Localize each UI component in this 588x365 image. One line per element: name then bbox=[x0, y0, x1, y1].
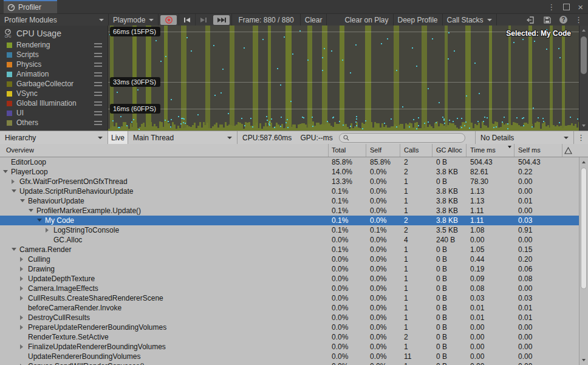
legend-item-ui[interactable]: UI bbox=[0, 108, 108, 118]
cpu-usage-chart[interactable]: 66ms (15FPS)33ms (30FPS)16ms (60FPS)Sele… bbox=[108, 26, 579, 131]
expand-arrow-icon[interactable] bbox=[20, 267, 23, 271]
drag-handle-icon[interactable] bbox=[94, 72, 102, 77]
expand-arrow-icon[interactable] bbox=[20, 286, 23, 291]
drag-handle-icon[interactable] bbox=[94, 63, 102, 67]
help-button[interactable]: ? bbox=[555, 14, 572, 26]
table-row[interactable]: FinalizeUpdateRendererBoundingVolumes0.0… bbox=[0, 342, 579, 352]
scroll-down-icon[interactable] bbox=[582, 125, 586, 127]
collapse-arrow-icon[interactable] bbox=[37, 219, 42, 222]
expand-arrow-icon[interactable] bbox=[20, 344, 23, 349]
drag-handle-icon[interactable] bbox=[94, 101, 102, 106]
drag-handle-icon[interactable] bbox=[94, 92, 102, 96]
collapse-arrow-icon[interactable] bbox=[12, 248, 16, 251]
details-dropdown[interactable]: No Details bbox=[475, 131, 574, 144]
legend-item-vsync[interactable]: VSync bbox=[0, 89, 108, 98]
table-row[interactable]: EditorLoop85.8%85.8%20 B504.43504.43 bbox=[0, 157, 579, 167]
legend-item-rendering[interactable]: Rendering bbox=[0, 40, 108, 50]
table-row[interactable]: PrepareUpdateRendererBoundingVolumes0.0%… bbox=[0, 322, 579, 332]
table-row[interactable]: LogStringToConsole0.1%0.1%23.5 KB1.080.9… bbox=[0, 225, 579, 235]
collapse-arrow-icon[interactable] bbox=[20, 199, 25, 202]
tab-profiler[interactable]: Profiler bbox=[4, 0, 57, 13]
legend-item-scripts[interactable]: Scripts bbox=[0, 50, 108, 60]
column-separator[interactable] bbox=[514, 144, 514, 157]
column-separator[interactable] bbox=[328, 144, 329, 157]
legend-item-others[interactable]: Others bbox=[0, 118, 108, 128]
cpu-usage-module-header[interactable]: CPU CPU Usage bbox=[0, 26, 108, 40]
scroll-up-icon[interactable] bbox=[582, 29, 586, 32]
table-row[interactable]: Update.ScriptRunBehaviourUpdate0.1%0.0%1… bbox=[0, 186, 579, 196]
expand-arrow-icon[interactable] bbox=[12, 179, 15, 184]
column-separator[interactable] bbox=[466, 144, 467, 157]
expand-arrow-icon[interactable] bbox=[46, 228, 49, 233]
column-time-ms[interactable]: Time ms bbox=[470, 146, 510, 154]
collapse-arrow-icon[interactable] bbox=[3, 170, 8, 173]
expand-arrow-icon[interactable] bbox=[20, 276, 23, 281]
chart-scrollbar-thumb[interactable] bbox=[581, 36, 587, 74]
table-row[interactable]: Gfx.WaitForPresentOnGfxThread13.3%0.0%10… bbox=[0, 177, 579, 186]
table-row[interactable]: Drawing0.0%0.0%10 B0.190.06 bbox=[0, 264, 579, 274]
search-input[interactable] bbox=[352, 134, 461, 142]
column-total[interactable]: Total bbox=[332, 146, 366, 154]
playmode-dropdown[interactable]: Playmode bbox=[109, 14, 158, 26]
column-separator[interactable] bbox=[400, 144, 400, 157]
expand-arrow-icon[interactable] bbox=[20, 296, 23, 301]
table-row[interactable]: DestroyCullResults0.0%0.0%10 B0.010.01 bbox=[0, 313, 579, 322]
scroll-down-icon[interactable] bbox=[582, 359, 586, 361]
call-stacks-dropdown[interactable]: Call Stacks bbox=[443, 14, 496, 26]
thread-dropdown[interactable]: Main Thread bbox=[128, 131, 238, 144]
hierarchy-menu-button[interactable]: ⋮ bbox=[574, 131, 588, 144]
collapse-arrow-icon[interactable] bbox=[29, 209, 33, 212]
column-self-ms[interactable]: Self ms bbox=[518, 146, 558, 154]
toolbar-menu-button[interactable]: ⋮ bbox=[572, 14, 588, 26]
collapse-arrow-icon[interactable] bbox=[12, 189, 16, 193]
column-calls[interactable]: Calls bbox=[404, 146, 432, 154]
table-scrollbar[interactable] bbox=[579, 157, 588, 365]
column-overview[interactable]: Overview bbox=[6, 146, 34, 154]
prev-frame-button[interactable] bbox=[179, 14, 195, 26]
clear-on-play-button[interactable]: Clear on Play bbox=[340, 14, 392, 26]
expand-arrow-icon[interactable] bbox=[20, 315, 23, 320]
scroll-up-icon[interactable] bbox=[582, 161, 586, 163]
table-row[interactable]: PlayerLoop14.0%0.0%23.8 KB82.610.22 bbox=[0, 167, 579, 177]
column-self[interactable]: Self bbox=[370, 146, 400, 154]
legend-item-animation[interactable]: Animation bbox=[0, 69, 108, 79]
expand-arrow-icon[interactable] bbox=[20, 257, 23, 262]
chart-scrollbar[interactable] bbox=[579, 26, 588, 131]
table-row[interactable]: Camera.Render0.1%0.0%10 B1.050.15 bbox=[0, 245, 579, 254]
legend-item-global-illumination[interactable]: Global Illumination bbox=[0, 98, 108, 108]
load-profile-button[interactable] bbox=[522, 14, 539, 26]
table-row[interactable]: UpdateDepthTexture0.0%0.0%10 B0.090.08 bbox=[0, 274, 579, 284]
drag-handle-icon[interactable] bbox=[94, 121, 102, 125]
current-frame-button[interactable] bbox=[213, 15, 230, 25]
view-mode-dropdown[interactable]: Hierarchy bbox=[0, 131, 108, 144]
table-row[interactable]: CullResults.CreateSharedRendererScene0.0… bbox=[0, 293, 579, 303]
table-row[interactable]: GC.Alloc0.0%0.0%4240 B0.000.00 bbox=[0, 235, 579, 245]
profiler-modules-dropdown[interactable]: Profiler Modules bbox=[0, 14, 108, 26]
table-row[interactable]: Camera.ImageEffects0.0%0.0%10 B0.080.00 bbox=[0, 284, 579, 293]
save-profile-button[interactable] bbox=[539, 14, 555, 26]
warning-column-icon[interactable] bbox=[564, 147, 572, 154]
table-row[interactable]: UpdateRendererBoundingVolumes0.0%0.0%110… bbox=[0, 352, 579, 361]
column-separator[interactable] bbox=[562, 144, 562, 157]
column-separator[interactable] bbox=[366, 144, 366, 157]
drag-handle-icon[interactable] bbox=[94, 53, 102, 57]
drag-handle-icon[interactable] bbox=[94, 82, 102, 86]
table-row[interactable]: RenderTexture.SetActive0.0%0.0%20 B0.000… bbox=[0, 332, 579, 342]
record-button[interactable] bbox=[160, 15, 177, 25]
table-row[interactable]: Culling0.0%0.0%10 B0.440.20 bbox=[0, 254, 579, 264]
column-separator[interactable] bbox=[432, 144, 432, 157]
legend-item-physics[interactable]: Physics bbox=[0, 60, 108, 69]
close-icon[interactable]: × bbox=[578, 2, 583, 12]
drag-handle-icon[interactable] bbox=[94, 111, 102, 115]
window-menu-icon[interactable]: ⋮ bbox=[547, 3, 555, 11]
next-frame-button[interactable] bbox=[195, 14, 211, 26]
expand-arrow-icon[interactable] bbox=[20, 325, 23, 330]
table-scrollbar-thumb[interactable] bbox=[581, 168, 587, 289]
live-toggle[interactable]: Live bbox=[108, 131, 128, 144]
table-row[interactable]: beforeCameraRender.Invoke0.0%0.0%10 B0.0… bbox=[0, 303, 579, 313]
column-gc-alloc[interactable]: GC Alloc bbox=[436, 146, 464, 154]
table-row[interactable]: ProfilerMarkerExample.Update()0.1%0.0%13… bbox=[0, 206, 579, 216]
search-box[interactable] bbox=[339, 133, 465, 143]
deep-profile-button[interactable]: Deep Profile bbox=[394, 14, 442, 26]
clear-button[interactable]: Clear bbox=[301, 14, 327, 26]
